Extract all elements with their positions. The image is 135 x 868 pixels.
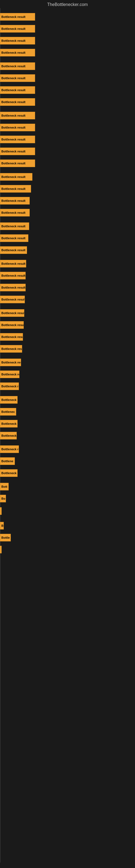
bar-item: Bottle xyxy=(0,534,11,541)
bar-item: Bottleneck result xyxy=(0,86,35,94)
bar-item: B xyxy=(0,522,4,529)
bar-item: Bottleneck result xyxy=(0,159,35,167)
bar-label: Bottleneck result xyxy=(1,211,26,214)
bar-label: Bottleneck result xyxy=(1,51,26,54)
bar-item: Bottleneck result xyxy=(0,296,25,303)
bar-label: Bottleneck result xyxy=(1,262,26,265)
bar-label: Bottleneck result xyxy=(1,361,21,364)
bar-item: Bottleneck result xyxy=(0,49,35,56)
bar-label: Bottleneck result xyxy=(1,65,26,68)
bar-label: Bottlenec xyxy=(1,410,15,413)
bar-item: Bottleneck result xyxy=(0,382,19,390)
bar-label: Bottleneck result xyxy=(1,39,26,42)
bar-item: Bottleneck r xyxy=(0,420,17,428)
bar-label: Bottleneck res xyxy=(1,447,19,451)
bar-item: Bottleneck result xyxy=(0,37,35,44)
bar-item: Bottleneck result xyxy=(0,25,35,33)
bar-item: Bottleneck result xyxy=(0,246,27,254)
bar-label: Bottleneck r xyxy=(1,398,17,401)
bar-item xyxy=(0,546,2,553)
bar-item: Bottleneck result xyxy=(0,173,32,181)
bar-label: Bottle xyxy=(1,536,10,539)
bar-item: Bottleneck result xyxy=(0,13,35,21)
bar-item: Bottleneck r xyxy=(0,396,17,404)
bar-item: Bottleneck res xyxy=(0,445,19,453)
bar-item: Bottleneck result xyxy=(0,74,35,82)
site-title: TheBottlenecker.com xyxy=(0,0,135,8)
bar-label: Bottleneck result xyxy=(1,162,26,165)
bar-item: Bottleneck result xyxy=(0,345,22,352)
bar-item: Bo xyxy=(0,495,6,502)
bar-item: Bottleneck result xyxy=(0,284,26,291)
bar-label: Bottleneck result xyxy=(1,286,26,289)
bar-label: Bottleneck result xyxy=(1,138,26,141)
bar-item: Bottleneck result xyxy=(0,359,21,366)
bar-label: Bottleneck xyxy=(1,434,16,437)
bar-item: Bottleneck result xyxy=(0,135,35,143)
bar-label: Bo xyxy=(1,497,5,500)
bar-label: B xyxy=(1,524,3,527)
bar-label: Bottleneck result xyxy=(1,88,26,92)
bar-item: Bottleneck r xyxy=(0,469,17,477)
bar-label: Bottleneck result xyxy=(1,126,26,129)
bar-label: Bottleneck result xyxy=(1,347,22,350)
bar-label: Bottleneck result xyxy=(1,384,19,388)
bar-label: Bottleneck r xyxy=(1,422,17,425)
bar-label: Bottleneck r xyxy=(1,471,17,475)
bar-item: Bottleneck result xyxy=(0,185,31,193)
bar-item: Bottleneck result xyxy=(0,333,23,341)
bar-item: Bottleneck result xyxy=(0,62,35,70)
bar-label: Bottleneck result xyxy=(1,248,26,252)
bar-label: Bottleneck result xyxy=(1,274,26,277)
bar-label: Bottleneck result xyxy=(1,27,26,30)
bar-label: Bottleneck result xyxy=(1,175,26,179)
bar-label: Bottleneck result xyxy=(1,187,26,190)
bar-label: Bottleneck result xyxy=(1,100,26,104)
bar-label: Bottleneck result xyxy=(1,311,24,315)
bar-label: Bottleneck result xyxy=(1,114,26,117)
bar-item: Bottleneck result xyxy=(0,309,24,317)
bar-item: Bottleneck result xyxy=(0,148,35,155)
bar-label: Bott xyxy=(1,485,7,488)
bar-label: Bottleneck result xyxy=(1,199,26,203)
bar-label: Bottleneck result xyxy=(1,15,26,19)
bar-item: Bottleneck result xyxy=(0,272,26,279)
bar-item: Bottlene xyxy=(0,457,15,465)
bar-item: Bottleneck result xyxy=(0,222,29,230)
bar-label: Bottleneck re xyxy=(1,373,19,376)
chart-area: Bottleneck resultBottleneck resultBottle… xyxy=(0,8,135,863)
bar-label: Bottleneck result xyxy=(1,323,24,327)
bar-label: Bottlene xyxy=(1,460,13,463)
bar-item: Bottleneck result xyxy=(0,235,28,242)
bar-item xyxy=(0,507,2,515)
bar-item: Bottleneck xyxy=(0,432,17,439)
bar-item: Bottleneck re xyxy=(0,371,19,378)
bar-label: Bottleneck result xyxy=(1,150,26,153)
bar-item: Bottleneck result xyxy=(0,260,26,268)
bar-item: Bottlenec xyxy=(0,408,16,415)
bar-item: Bottleneck result xyxy=(0,197,30,205)
bar-item: Bott xyxy=(0,483,9,490)
bar-label: Bottleneck result xyxy=(1,298,25,301)
bar-label: Bottleneck result xyxy=(1,237,26,240)
bar-item: Bottleneck result xyxy=(0,321,24,329)
bar-item: Bottleneck result xyxy=(0,98,35,106)
bar-item: Bottleneck result xyxy=(0,112,35,119)
bar-label: Bottleneck result xyxy=(1,76,26,80)
bar-label: Bottleneck result xyxy=(1,225,26,228)
bar-label: Bottleneck result xyxy=(1,335,23,339)
bar-item: Bottleneck result xyxy=(0,209,30,216)
bar-item: Bottleneck result xyxy=(0,124,35,131)
